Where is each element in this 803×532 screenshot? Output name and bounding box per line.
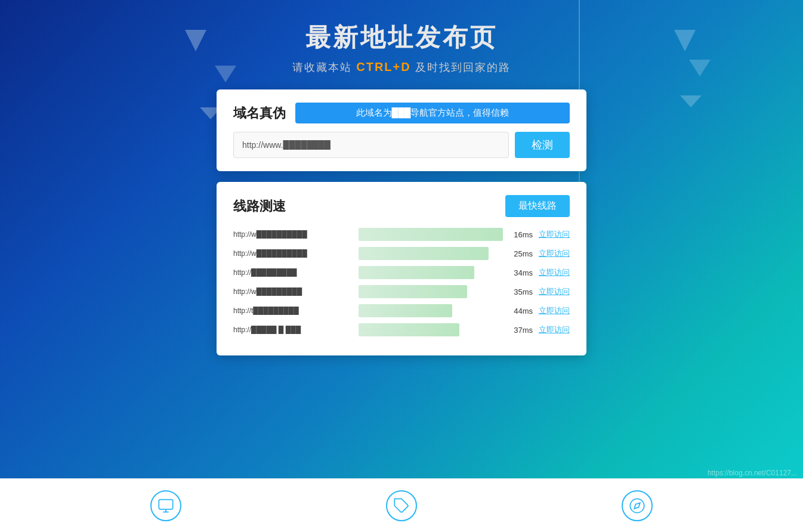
bottom-icon-3 <box>622 490 653 521</box>
speed-link-2[interactable]: 立即访问 <box>539 267 570 278</box>
monitor-icon <box>157 497 174 514</box>
bottom-icon-1 <box>150 490 181 521</box>
speed-ms-0: 16ms <box>509 230 533 239</box>
speed-title: 线路测速 <box>233 197 286 215</box>
ctrl-d-label: CTRL+D <box>356 60 410 73</box>
speed-bar-container-2 <box>359 266 503 279</box>
speed-bar-0 <box>359 228 503 241</box>
speed-bar-2 <box>359 266 474 279</box>
speed-row: http://w█████████ 35ms 立即访问 <box>233 285 570 298</box>
speed-header: 线路测速 最快线路 <box>233 195 570 217</box>
domain-label: 域名真伪 <box>233 104 286 122</box>
speed-url-4: http://t█████████ <box>233 307 353 315</box>
trust-badge: 此域名为███导航官方站点，值得信赖 <box>295 103 570 123</box>
compass-icon <box>629 497 646 514</box>
subtitle-pre: 请收藏本站 <box>292 61 352 73</box>
speed-row: http://w██████████ 16ms 立即访问 <box>233 228 570 241</box>
fastest-button[interactable]: 最快线路 <box>505 195 570 217</box>
icon-circle-3 <box>622 490 653 521</box>
domain-card: 域名真伪 此域名为███导航官方站点，值得信赖 检测 <box>217 89 586 171</box>
detect-button[interactable]: 检测 <box>515 132 570 158</box>
speed-bar-container-0 <box>359 228 503 241</box>
speed-ms-4: 44ms <box>509 307 533 316</box>
speed-bar-container-1 <box>359 247 503 260</box>
speed-url-3: http://w█████████ <box>233 287 353 296</box>
speed-row: http://█████████ 34ms 立即访问 <box>233 266 570 279</box>
speed-link-1[interactable]: 立即访问 <box>539 248 570 259</box>
page-subtitle: 请收藏本站 CTRL+D 及时找到回家的路 <box>292 60 510 75</box>
speed-url-2: http://█████████ <box>233 268 353 277</box>
speed-link-0[interactable]: 立即访问 <box>539 229 570 240</box>
icon-circle-1 <box>150 490 181 521</box>
speed-url-5: http://█████ █ ███ <box>233 326 353 334</box>
icon-circle-2 <box>386 490 417 521</box>
speed-bar-container-5 <box>359 323 503 336</box>
domain-header: 域名真伪 此域名为███导航官方站点，值得信赖 <box>233 103 570 123</box>
speed-row: http://█████ █ ███ 37ms 立即访问 <box>233 323 570 336</box>
domain-input-row: 检测 <box>233 132 570 158</box>
speed-ms-3: 35ms <box>509 287 533 296</box>
bottom-icons-bar <box>0 478 803 532</box>
speed-card: 线路测速 最快线路 http://w██████████ 16ms 立即访问 h… <box>217 182 586 355</box>
main-content: 最新地址发布页 请收藏本站 CTRL+D 及时找到回家的路 域名真伪 此域名为█… <box>0 0 803 366</box>
speed-url-0: http://w██████████ <box>233 230 353 239</box>
speed-row: http://t█████████ 44ms 立即访问 <box>233 304 570 317</box>
page-title: 最新地址发布页 <box>305 21 498 54</box>
speed-bar-container-4 <box>359 304 503 317</box>
tag-icon <box>393 497 410 514</box>
subtitle-post: 及时找到回家的路 <box>415 61 511 73</box>
domain-input[interactable] <box>233 132 509 158</box>
speed-bar-5 <box>359 323 459 336</box>
speed-ms-2: 34ms <box>509 268 533 277</box>
speed-bar-container-3 <box>359 285 503 298</box>
svg-rect-0 <box>159 499 172 509</box>
svg-point-4 <box>631 499 644 512</box>
svg-marker-5 <box>634 503 640 509</box>
speed-bar-1 <box>359 247 489 260</box>
speed-row: http://w██████████ 25ms 立即访问 <box>233 247 570 260</box>
speed-ms-1: 25ms <box>509 249 533 258</box>
bottom-icon-2 <box>386 490 417 521</box>
speed-bar-3 <box>359 285 467 298</box>
speed-rows: http://w██████████ 16ms 立即访问 http://w███… <box>233 228 570 336</box>
speed-url-1: http://w██████████ <box>233 249 353 258</box>
bottom-url: https://blog.cn.net/C01127... <box>708 469 797 477</box>
speed-ms-5: 37ms <box>509 326 533 335</box>
speed-link-4[interactable]: 立即访问 <box>539 305 570 316</box>
speed-link-3[interactable]: 立即访问 <box>539 286 570 297</box>
speed-link-5[interactable]: 立即访问 <box>539 324 570 335</box>
speed-bar-4 <box>359 304 452 317</box>
